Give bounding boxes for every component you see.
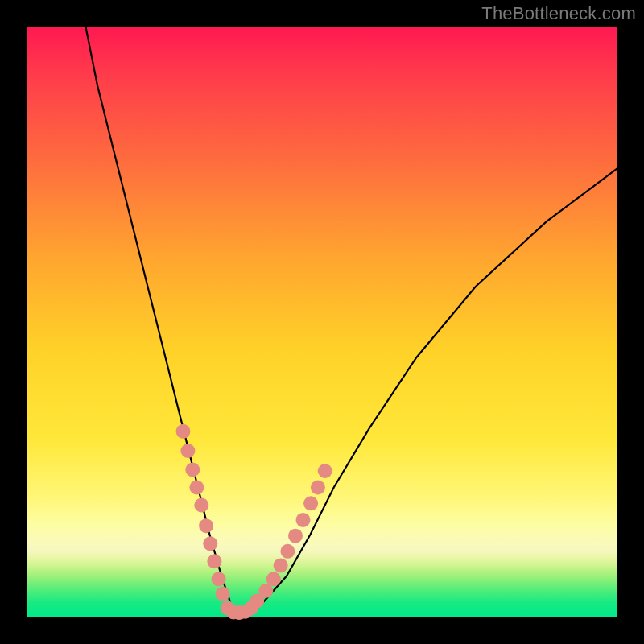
data-point bbox=[216, 587, 230, 601]
data-point bbox=[280, 544, 295, 559]
data-point bbox=[207, 554, 221, 568]
data-point bbox=[303, 496, 318, 510]
data-point bbox=[274, 558, 288, 572]
data-point bbox=[212, 572, 226, 586]
data-points-group bbox=[176, 424, 332, 620]
data-point bbox=[318, 464, 332, 478]
data-point bbox=[189, 481, 204, 495]
data-point bbox=[203, 536, 217, 551]
bottleneck-curve bbox=[85, 27, 617, 613]
data-point bbox=[194, 498, 208, 513]
data-point bbox=[180, 444, 195, 458]
data-point bbox=[185, 463, 200, 477]
data-point bbox=[296, 513, 311, 527]
plot-area bbox=[27, 27, 617, 617]
data-point bbox=[199, 518, 213, 533]
data-point bbox=[176, 424, 191, 439]
data-point bbox=[311, 481, 325, 495]
watermark-text: TheBottleneck.com bbox=[481, 3, 636, 24]
data-point bbox=[288, 529, 303, 543]
chart-overlay bbox=[27, 27, 617, 617]
chart-frame: TheBottleneck.com bbox=[0, 0, 644, 644]
data-point bbox=[266, 572, 281, 586]
